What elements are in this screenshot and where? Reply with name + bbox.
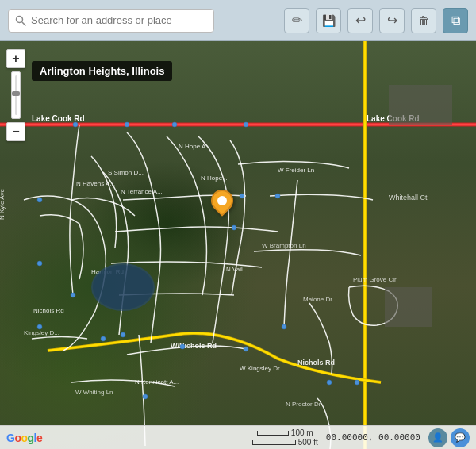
undo-button[interactable]: ↩ [347, 8, 373, 33]
pencil-button[interactable]: ✏ [284, 8, 309, 33]
trash-button[interactable]: 🗑 [411, 8, 436, 33]
svg-point-43 [71, 293, 75, 297]
map-controls: + − [6, 49, 25, 141]
map-container[interactable]: Whitehall Ct W Brampton Ln Plum Grove Ci… [0, 41, 476, 449]
map-marker[interactable] [211, 190, 233, 212]
svg-point-36 [37, 261, 42, 266]
svg-text:W/Nichols Rd: W/Nichols Rd [171, 342, 217, 350]
scale-ruler-100m [257, 431, 289, 436]
toolbar: ✏ 💾 ↩ ↪ 🗑 ⧉ [0, 0, 476, 41]
layers-button[interactable]: ⧉ [443, 8, 468, 33]
svg-point-30 [93, 265, 153, 309]
svg-point-42 [180, 344, 185, 349]
marker-shape [206, 185, 238, 217]
svg-text:W Whiting Ln: W Whiting Ln [75, 389, 113, 396]
zoom-out-button[interactable]: − [6, 122, 25, 141]
svg-text:N Kyle Ave: N Kyle Ave [0, 188, 6, 220]
svg-point-35 [37, 198, 42, 202]
svg-text:Lake Cook Rd: Lake Cook Rd [32, 114, 85, 123]
svg-text:W Brampton Ln: W Brampton Ln [262, 242, 306, 249]
coordinates: 00.00000, 00.00000 [326, 432, 420, 443]
layers-icon: ⧉ [451, 13, 460, 28]
search-input[interactable] [31, 14, 205, 26]
svg-point-47 [121, 332, 125, 337]
marker-inner [216, 194, 229, 208]
search-icon [15, 15, 26, 26]
svg-text:Kingsley D...: Kingsley D... [24, 329, 60, 336]
redo-icon: ↪ [387, 13, 397, 28]
svg-text:N Kennicott A...: N Kennicott A... [135, 378, 178, 386]
svg-point-39 [327, 380, 332, 385]
zoom-in-button[interactable]: + [6, 49, 25, 68]
svg-point-32 [125, 122, 129, 127]
undo-icon: ↩ [355, 13, 366, 28]
save-icon: 💾 [322, 14, 336, 27]
redo-button[interactable]: ↪ [379, 8, 405, 33]
scale-bar: 100 m 500 ft [252, 428, 318, 447]
svg-text:N Vail...: N Vail... [226, 266, 248, 273]
google-logo: Google [6, 432, 42, 444]
svg-text:W Kingsley Dr: W Kingsley Dr [240, 365, 280, 372]
svg-text:Maione Dr: Maione Dr [303, 296, 332, 303]
trash-icon: 🗑 [418, 14, 429, 27]
svg-point-34 [244, 122, 248, 127]
svg-point-45 [232, 225, 236, 230]
svg-text:Nichols Rd: Nichols Rd [298, 359, 335, 366]
svg-point-37 [37, 324, 42, 329]
svg-point-46 [240, 194, 244, 198]
svg-rect-51 [385, 287, 432, 327]
svg-text:N Hope...: N Hope... [201, 175, 228, 182]
save-button[interactable]: 💾 [316, 8, 341, 33]
location-label: Arlington Heights, Illinois [32, 61, 172, 81]
search-box[interactable] [8, 9, 214, 33]
svg-rect-50 [389, 85, 452, 125]
street-view-button[interactable]: 👤 [428, 428, 447, 447]
svg-text:Nichols Rd: Nichols Rd [33, 307, 64, 314]
svg-text:N Havens A...: N Havens A... [76, 180, 115, 187]
bottom-bar: Google 100 m 500 ft 00.00000, 00.00000 👤… [0, 425, 476, 449]
road-network: Whitehall Ct W Brampton Ln Plum Grove Ci… [0, 41, 476, 449]
svg-point-33 [172, 122, 177, 127]
svg-line-1 [22, 21, 26, 25]
svg-point-41 [101, 336, 106, 341]
svg-point-48 [143, 394, 148, 399]
svg-text:N Proctor Dr: N Proctor Dr [286, 401, 321, 408]
svg-text:W Freider Ln: W Freider Ln [278, 167, 314, 174]
svg-text:N Hope A...: N Hope A... [178, 143, 211, 150]
svg-text:S Simon D...: S Simon D... [108, 169, 144, 176]
svg-point-40 [355, 380, 359, 385]
svg-point-44 [244, 347, 248, 351]
svg-text:Plum Grove Cir: Plum Grove Cir [353, 276, 397, 283]
scale-ruler-500ft [252, 440, 296, 445]
bottom-right-icons: 👤 💬 [428, 428, 470, 447]
svg-point-38 [275, 194, 280, 198]
pencil-icon: ✏ [292, 13, 302, 28]
zoom-slider[interactable] [11, 71, 21, 119]
svg-text:N Terrance A...: N Terrance A... [121, 188, 163, 195]
svg-point-31 [73, 122, 78, 127]
svg-point-49 [282, 324, 286, 329]
feedback-button[interactable]: 💬 [451, 428, 470, 447]
svg-text:Whitehall Ct: Whitehall Ct [389, 194, 428, 201]
